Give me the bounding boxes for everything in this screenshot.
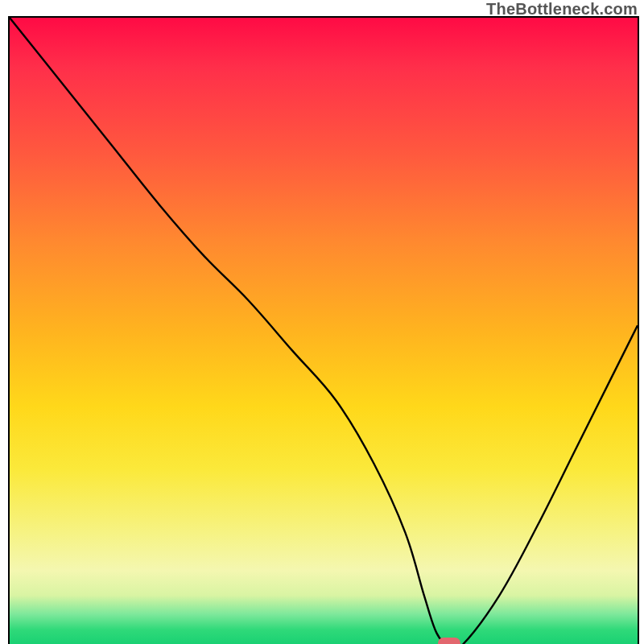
plot-frame (8, 16, 639, 644)
background-gradient (10, 18, 638, 644)
